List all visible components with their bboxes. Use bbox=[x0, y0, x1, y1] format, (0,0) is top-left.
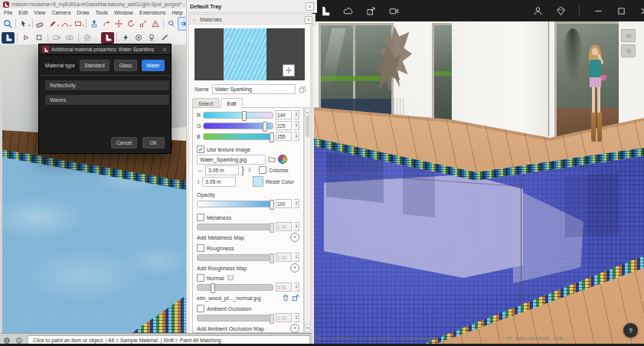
tray-header[interactable]: Default Tray × bbox=[187, 0, 317, 13]
menu-camera[interactable]: Camera bbox=[51, 10, 70, 15]
delete-normal-map-icon[interactable] bbox=[282, 294, 289, 302]
reflectivity-section-header[interactable]: Reflectivity bbox=[45, 80, 169, 90]
height-arrow-icon: ↕ bbox=[197, 178, 200, 185]
render-viewport[interactable]: This software is currently in developme … bbox=[312, 21, 644, 346]
red-value[interactable]: 149 bbox=[276, 110, 292, 119]
maximize-button[interactable] bbox=[615, 5, 627, 17]
create-material-button[interactable] bbox=[283, 64, 295, 77]
menu-help[interactable]: Help bbox=[172, 10, 182, 15]
menu-edit[interactable]: Edit bbox=[18, 10, 28, 15]
scrollbar-thumb[interactable] bbox=[306, 116, 309, 137]
stop-animation-icon[interactable] bbox=[33, 31, 45, 44]
opacity-slider[interactable] bbox=[197, 201, 273, 207]
red-slider[interactable] bbox=[203, 112, 273, 119]
green-value[interactable]: 225 bbox=[276, 121, 292, 130]
toolbar-separator bbox=[47, 33, 48, 42]
dialog-title-bar[interactable]: Additional material properties: Water Sp… bbox=[39, 44, 171, 55]
share-icon[interactable] bbox=[387, 5, 400, 17]
settings-gear-icon[interactable] bbox=[81, 31, 93, 44]
close-button[interactable] bbox=[638, 5, 644, 17]
texture-height-input[interactable]: 3.05 m bbox=[202, 177, 236, 187]
menu-draw[interactable]: Draw bbox=[77, 10, 89, 15]
add-roughness-map-button[interactable]: + bbox=[290, 263, 299, 273]
eraser-tool-icon[interactable] bbox=[34, 18, 47, 30]
collapse-chevron-icon[interactable] bbox=[191, 17, 198, 23]
video-camera-icon[interactable] bbox=[64, 31, 76, 44]
normal-checkbox[interactable] bbox=[197, 274, 204, 282]
scale-tool-icon[interactable] bbox=[137, 18, 149, 30]
zoom-tool-icon[interactable] bbox=[2, 18, 14, 30]
color-wheel-icon[interactable] bbox=[278, 155, 287, 164]
move-tool-icon[interactable] bbox=[113, 18, 125, 30]
texture-width-input[interactable]: 3.05 m bbox=[205, 165, 239, 175]
aspect-chain-icon[interactable] bbox=[247, 167, 253, 173]
material-type-glass-button[interactable]: Glass bbox=[114, 60, 137, 71]
warning-icon[interactable] bbox=[149, 18, 162, 30]
green-slider[interactable] bbox=[203, 122, 273, 129]
roughness-checkbox[interactable] bbox=[197, 244, 204, 252]
rotate-tool-icon[interactable] bbox=[125, 18, 137, 30]
minimize-button[interactable] bbox=[592, 5, 604, 17]
ambient-occlusion-checkbox[interactable] bbox=[197, 305, 204, 312]
normal-slider[interactable] bbox=[197, 284, 273, 291]
menu-view[interactable]: View bbox=[34, 10, 45, 15]
dialog-close-icon[interactable] bbox=[162, 47, 168, 53]
normal-map-thumbnail-icon[interactable] bbox=[227, 274, 234, 282]
duplicate-material-icon[interactable] bbox=[299, 86, 306, 93]
cancel-button[interactable]: Cancel bbox=[111, 137, 137, 149]
browse-texture-icon[interactable] bbox=[268, 155, 276, 163]
pushpull-tool-icon[interactable] bbox=[88, 18, 100, 30]
ok-button[interactable]: OK bbox=[142, 137, 165, 149]
account-person-icon[interactable] bbox=[531, 5, 544, 17]
help-button[interactable]: ? bbox=[623, 323, 638, 338]
roughness-label: Roughness bbox=[207, 246, 234, 251]
metalness-checkbox[interactable] bbox=[197, 214, 204, 221]
blue-value[interactable]: 255 bbox=[276, 132, 292, 141]
overlay-styles-button[interactable] bbox=[621, 44, 636, 57]
menu-file[interactable]: File bbox=[4, 10, 12, 15]
sketchup-logo-button-maroon[interactable] bbox=[101, 32, 114, 44]
notifications-diamond-icon[interactable] bbox=[554, 5, 567, 17]
sketchup-logo-button-blue[interactable] bbox=[2, 32, 15, 44]
menu-tools[interactable]: Tools bbox=[96, 10, 108, 15]
play-animation-icon[interactable] bbox=[20, 31, 32, 44]
followme-tool-icon[interactable] bbox=[100, 18, 113, 30]
material-type-standard-button[interactable]: Standard bbox=[80, 60, 110, 71]
lightbulb-tool-icon[interactable] bbox=[145, 31, 158, 44]
materials-close-button[interactable]: × bbox=[305, 16, 312, 24]
metalness-value: 1.00 bbox=[276, 222, 292, 231]
target-tool-icon[interactable] bbox=[132, 31, 145, 44]
person-top bbox=[590, 60, 601, 78]
tab-edit[interactable]: Edit bbox=[221, 98, 242, 108]
opacity-spinner[interactable]: ▲▼ bbox=[294, 199, 299, 208]
opacity-value[interactable]: 100 bbox=[276, 199, 292, 208]
edit-normal-map-icon[interactable] bbox=[292, 294, 299, 302]
edit-panel-scrollbar[interactable]: ▲ ▼ bbox=[304, 107, 311, 333]
blue-spinner[interactable]: ▲▼ bbox=[294, 132, 299, 141]
add-ambient-occlusion-map-button[interactable]: + bbox=[290, 324, 299, 333]
normal-spinner: ▲▼ bbox=[294, 282, 299, 292]
cloud-open-icon[interactable] bbox=[342, 5, 354, 17]
tray-close-button[interactable]: × bbox=[306, 2, 314, 11]
use-texture-checkbox[interactable]: ✓ bbox=[197, 145, 204, 153]
reset-color-swatch[interactable] bbox=[253, 176, 263, 187]
pen-tool-icon[interactable] bbox=[159, 31, 171, 44]
blue-slider[interactable] bbox=[203, 133, 273, 140]
export-icon[interactable] bbox=[364, 5, 377, 17]
red-spinner[interactable]: ▲▼ bbox=[294, 110, 299, 119]
material-name-input[interactable]: Water Sparkling bbox=[212, 84, 296, 94]
add-metalness-map-button[interactable]: + bbox=[290, 233, 299, 242]
menu-extensions[interactable]: Extensions bbox=[139, 10, 165, 15]
colorize-checkbox[interactable] bbox=[259, 166, 266, 174]
menu-window[interactable]: Window bbox=[114, 10, 133, 15]
texture-filename-input[interactable]: Water_Sparkling.jpg bbox=[197, 155, 266, 165]
scrollbar-down-arrow[interactable]: ▼ bbox=[305, 324, 310, 332]
render-title-bar[interactable] bbox=[312, 0, 644, 21]
camera-icon[interactable] bbox=[51, 31, 63, 44]
material-type-water-button[interactable]: Water bbox=[142, 60, 165, 71]
waves-section-header[interactable]: Waves bbox=[45, 95, 169, 105]
zoom-window-icon[interactable] bbox=[165, 18, 178, 30]
overlay-views-button[interactable] bbox=[621, 29, 636, 42]
green-spinner[interactable]: ▲▼ bbox=[294, 121, 299, 130]
lightning-tool-icon[interactable] bbox=[119, 31, 132, 44]
